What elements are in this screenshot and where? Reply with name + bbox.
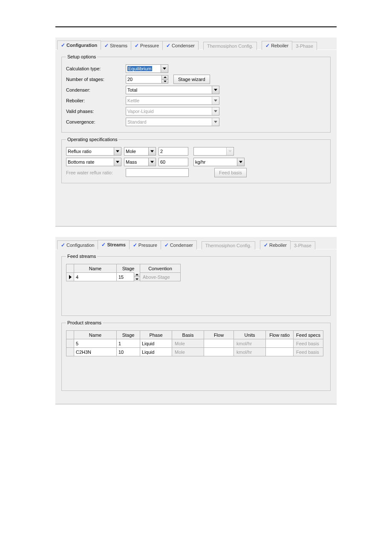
- flow-cell[interactable]: [204, 339, 234, 348]
- chevron-down-icon[interactable]: [212, 107, 219, 115]
- spin-up-icon[interactable]: [134, 272, 140, 277]
- chevron-down-icon[interactable]: [114, 147, 121, 155]
- tab-reboiler[interactable]: ✓Reboiler: [260, 240, 291, 249]
- tab-3phase: 3-Phase: [292, 42, 317, 50]
- checkmark-icon: ✓: [166, 43, 170, 49]
- operating-specs-fieldset: Operating specifications Reflux ratio Mo…: [61, 137, 331, 183]
- basis2-combo[interactable]: Mass: [124, 158, 156, 166]
- spin-down-icon[interactable]: [161, 80, 168, 84]
- checkmark-icon: ✓: [61, 42, 65, 48]
- setup-legend: Setup options: [66, 54, 97, 59]
- tab-configuration[interactable]: ✓Configuration: [57, 40, 101, 50]
- phase-cell[interactable]: Liquid: [140, 339, 172, 348]
- col-basis: Basis: [172, 331, 204, 339]
- basis2-value: Mass: [126, 159, 137, 165]
- tab-configuration[interactable]: ✓Configuration: [57, 240, 98, 249]
- stage-cell[interactable]: 1: [117, 339, 140, 348]
- tab-thermosiphon: Thermosiphon Config.: [202, 241, 255, 249]
- streams-panel: ✓Configuration ✓Streams ✓Pressure ✓Conde…: [55, 237, 337, 405]
- units-cell: kmol/hr: [234, 339, 266, 348]
- feed-basis-label: Feed basis: [219, 170, 242, 175]
- name-cell[interactable]: 5: [74, 339, 117, 348]
- stage-cell[interactable]: 10: [117, 348, 140, 356]
- feed-streams-table: Name Stage Convention 4 15 Above-Stage: [66, 264, 181, 281]
- tab-label: Streams: [107, 242, 125, 247]
- stage-wizard-button[interactable]: Stage wizard: [173, 75, 210, 84]
- name-cell[interactable]: C2H3N: [74, 348, 117, 356]
- num-stages-value: 20: [127, 77, 133, 82]
- chevron-down-icon[interactable]: [237, 158, 244, 166]
- valid-phases-combo[interactable]: Vapor-Liquid: [126, 107, 219, 116]
- basis1-combo[interactable]: Mole: [124, 147, 156, 156]
- basis-cell: Mole: [172, 348, 204, 356]
- tabs-bar: ✓Configuration ✓Streams ✓Pressure ✓Conde…: [55, 237, 337, 249]
- col-feed-specs: Feed specs: [294, 331, 323, 339]
- product-streams-legend: Product streams: [66, 320, 103, 325]
- basis1-value: Mole: [126, 149, 136, 154]
- convergence-label: Convergence:: [66, 119, 126, 124]
- tab-pressure[interactable]: ✓Pressure: [129, 240, 161, 249]
- spin-buttons[interactable]: [134, 272, 140, 281]
- spin-down-icon[interactable]: [134, 277, 140, 281]
- table-header-row: Name Stage Convention: [66, 264, 181, 273]
- tab-label: 3-Phase: [296, 43, 313, 49]
- free-water-label: Free water reflux ratio:: [66, 170, 126, 175]
- value1-input[interactable]: 2: [159, 147, 188, 156]
- col-name: Name: [74, 331, 117, 339]
- tab-streams[interactable]: ✓Streams: [101, 41, 131, 50]
- num-stages-spinner[interactable]: 20: [126, 75, 168, 84]
- table-row: 4 15 Above-Stage: [66, 273, 181, 281]
- condenser-label: Condenser:: [66, 87, 126, 92]
- phase-cell[interactable]: Liquid: [140, 348, 172, 356]
- row-selector[interactable]: [66, 273, 74, 281]
- chevron-down-icon[interactable]: [212, 86, 219, 94]
- chevron-down-icon[interactable]: [212, 97, 219, 104]
- tab-pressure[interactable]: ✓Pressure: [131, 41, 163, 50]
- unit1-combo: [193, 147, 234, 156]
- operating-legend: Operating specifications: [66, 137, 118, 142]
- reboiler-combo[interactable]: Kettle: [126, 96, 219, 105]
- tab-condenser[interactable]: ✓Condenser: [162, 41, 199, 50]
- spec1-value: Reflux ratio: [68, 149, 92, 154]
- spec2-combo[interactable]: Bottoms rate: [66, 158, 121, 166]
- convergence-combo[interactable]: Standard: [126, 118, 219, 126]
- tab-streams[interactable]: ✓Streams: [98, 240, 129, 249]
- spec2-value: Bottoms rate: [68, 159, 94, 165]
- tab-label: 3-Phase: [294, 243, 311, 248]
- chevron-down-icon[interactable]: [161, 65, 168, 72]
- spec1-combo[interactable]: Reflux ratio: [66, 147, 121, 156]
- table-header-row: Name Stage Phase Basis Flow Units Flow r…: [66, 331, 323, 339]
- tab-reboiler[interactable]: ✓Reboiler: [262, 41, 292, 50]
- value2-input[interactable]: 60: [159, 158, 188, 166]
- tab-label: Configuration: [66, 243, 94, 248]
- spin-buttons[interactable]: [161, 75, 168, 83]
- chevron-down-icon[interactable]: [212, 118, 219, 126]
- tab-label: Streams: [110, 43, 127, 48]
- unit2-combo[interactable]: kg/hr: [193, 158, 245, 166]
- setup-options-fieldset: Setup options Calculation type: Equilibr…: [61, 54, 331, 133]
- feed-stage-cell[interactable]: 15: [117, 273, 140, 281]
- flow-cell[interactable]: [204, 348, 234, 356]
- tab-label: Thermosiphon Config.: [207, 43, 253, 49]
- checkmark-icon: ✓: [265, 43, 270, 49]
- chevron-down-icon[interactable]: [148, 158, 156, 166]
- row-selector[interactable]: [66, 348, 74, 356]
- flow-ratio-cell[interactable]: [266, 348, 294, 356]
- configuration-panel: ✓Configuration ✓Streams ✓Pressure ✓Conde…: [55, 38, 337, 227]
- chevron-down-icon[interactable]: [148, 147, 156, 155]
- unit2-value: kg/hr: [195, 159, 205, 165]
- col-phase: Phase: [140, 331, 172, 339]
- tab-label: Reboiler: [269, 243, 287, 248]
- tab-label: Pressure: [140, 43, 159, 48]
- feed-name-cell[interactable]: 4: [74, 273, 117, 281]
- condenser-combo[interactable]: Total: [126, 86, 219, 94]
- calc-type-combo[interactable]: Equilibrium: [126, 64, 168, 73]
- flow-ratio-cell[interactable]: [266, 339, 294, 348]
- spin-up-icon[interactable]: [161, 75, 168, 80]
- chevron-down-icon[interactable]: [114, 158, 121, 166]
- checkmark-icon: ✓: [104, 43, 109, 49]
- calc-type-value: Equilibrium: [127, 66, 152, 71]
- tab-condenser[interactable]: ✓Condenser: [161, 240, 197, 249]
- feed-specs-cell: Feed basis: [294, 348, 323, 356]
- row-selector[interactable]: [66, 339, 74, 348]
